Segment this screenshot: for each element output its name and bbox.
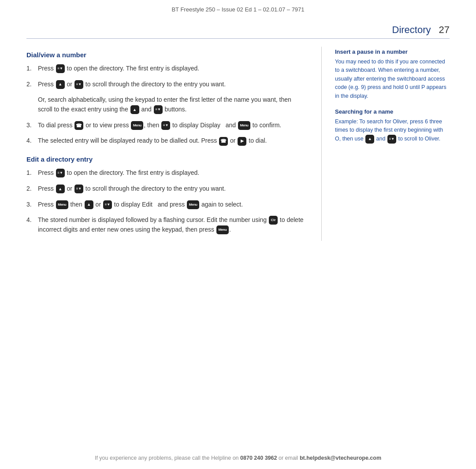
clr-button-icon (269, 216, 278, 225)
up-button-icon (56, 80, 65, 89)
play-button-icon (238, 137, 246, 146)
step2-1: 1. Press to open the directory. The firs… (26, 168, 305, 178)
section2-title: Edit a directory entry (26, 155, 305, 163)
menu-button-icon (187, 200, 199, 209)
step1-2: 2. Press or to scroll through the direct… (26, 80, 305, 89)
section1-title: Dial/view a number (26, 51, 305, 59)
right-section1-body: You may need to do this if you are conne… (335, 58, 450, 100)
menu-button-icon (56, 200, 68, 209)
step2-4: 4. The stored number is displayed follow… (26, 215, 305, 234)
call-button-icon (219, 137, 228, 146)
up-button-icon (85, 200, 93, 209)
step2-3: 3. Press then or to display Edit and pre… (26, 200, 305, 210)
menu-button-icon (238, 121, 250, 130)
dir-button-icon (154, 105, 163, 114)
footer: If you experience any problems, please c… (0, 455, 476, 461)
call-button-icon (74, 121, 83, 130)
page-number: 27 (439, 24, 450, 36)
footer-email[interactable]: bt.helpdesk@vtecheurope.com (300, 455, 381, 461)
right-section-pause: Insert a pause in a number You may need … (335, 48, 450, 100)
step1-extra: Or, search alphabetically, using the key… (38, 95, 305, 114)
step1-1: 1. Press to open the directory. The firs… (26, 64, 305, 74)
menu-button-icon (131, 121, 143, 130)
right-section-search: Searching for a name Example: To search … (335, 108, 450, 144)
dir-button-icon (161, 121, 170, 130)
section-dial-view: Dial/view a number 1. Press to open the … (26, 51, 305, 146)
right-section2-title: Searching for a name (335, 108, 450, 115)
dir-button-icon (56, 64, 65, 73)
page-header: BT Freestyle 250 – Issue 02 Ed 1 – 02.01… (0, 0, 476, 16)
up-button-icon (365, 135, 374, 144)
up-button-icon (130, 105, 139, 114)
dir-button-icon (56, 169, 65, 177)
right-section1-title: Insert a pause in a number (335, 48, 450, 55)
step1-3: 3. To dial press or to view press , then… (26, 121, 305, 130)
directory-label: Directory (392, 24, 431, 36)
dir-button-icon (74, 185, 83, 193)
up-button-icon (56, 185, 65, 193)
step1-4: 4. The selected entry will be displayed … (26, 136, 305, 146)
step2-2: 2. Press or to scroll through the direct… (26, 184, 305, 194)
right-section2-body: Example: To search for Oliver, press 6 t… (335, 118, 450, 144)
dir-button-icon (103, 200, 112, 209)
dir-button-icon (387, 135, 396, 144)
menu-button-icon (216, 225, 229, 234)
dir-button-icon (74, 80, 83, 89)
section-edit-directory: Edit a directory entry 1. Press to open … (26, 155, 305, 234)
